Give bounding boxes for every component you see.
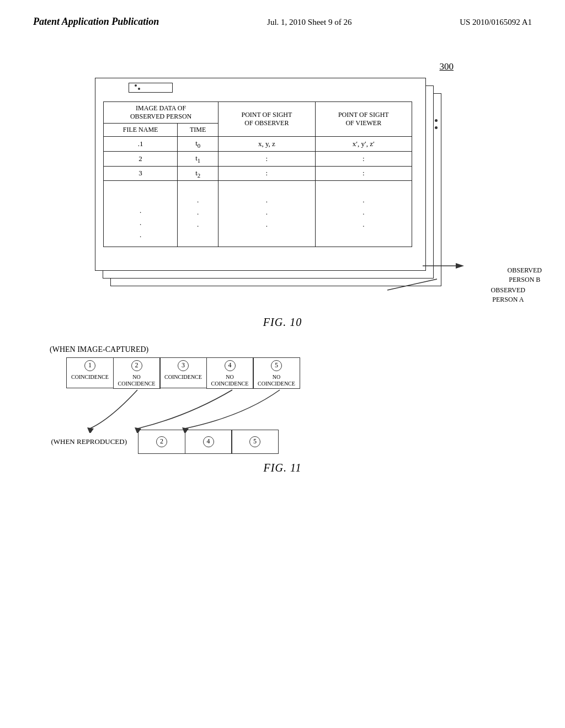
header-date-sheet: Jul. 1, 2010 Sheet 9 of 26	[267, 15, 351, 27]
col-point-viewer: POINT OF SIGHTOF VIEWER	[315, 102, 412, 137]
page-header: Patent Application Publication Jul. 1, 2…	[0, 0, 565, 28]
cell-file-1: .1	[104, 137, 178, 152]
cell-file-2: 2	[104, 151, 178, 166]
cell-4-number: 4	[225, 358, 236, 373]
cell-dots-observer: ···	[218, 181, 315, 247]
svg-line-2	[387, 279, 437, 290]
fig11-section: (WHEN IMAGE-CAPTURED) 1 COINCIDENCE 2 NO…	[33, 345, 532, 474]
dot-top-2	[138, 88, 140, 90]
fig11-caption: FIG. 11	[33, 462, 532, 474]
when-reproduced-label: (WHEN REPRODUCED)	[33, 437, 132, 446]
data-table: IMAGE DATA OFOBSERVED PERSON POINT OF SI…	[103, 101, 412, 247]
cell-time-1: t1	[178, 151, 218, 166]
cell-2-number: 2	[131, 358, 142, 373]
arrows-diagram	[66, 389, 532, 435]
fig10-caption: FIG. 10	[263, 316, 302, 329]
card-top-rect	[129, 83, 173, 93]
diagram-number-300: 300	[440, 61, 454, 72]
cell-viewer-0: x′, y′, z′	[315, 137, 412, 152]
publication-title: Patent Application Publication	[33, 15, 159, 28]
cell-file-3: 3	[104, 166, 178, 181]
cell-3-number: 3	[178, 358, 189, 373]
cell-2-status: NOCOINCIDENCE	[116, 373, 158, 388]
table-row-dots: ··· ··· ···	[104, 181, 412, 247]
cell-5-status: NOCOINCIDENCE	[255, 373, 297, 388]
cell-dots-viewer: ···	[315, 181, 412, 247]
cell-time-2: t2	[178, 166, 218, 181]
observed-person-b-label: OBSERVEDPERSON B	[508, 266, 542, 285]
captured-cells-row: 1 COINCIDENCE 2 NOCOINCIDENCE 3 COINCIDE…	[66, 357, 532, 389]
cell-observer-0: x, y, z	[218, 137, 315, 152]
cell-1-status: COINCIDENCE	[69, 373, 111, 382]
reproduced-num-5: 5	[249, 436, 260, 447]
svg-marker-3	[87, 427, 94, 433]
main-content: 300	[0, 28, 565, 474]
cell-observer-1: :	[218, 151, 315, 166]
cards-stack-diagram: IMAGE DATA OFOBSERVED PERSON POINT OF SI…	[95, 78, 470, 309]
cell-dots-file: ···	[104, 181, 178, 247]
cell-dots-time: ···	[178, 181, 218, 247]
captured-cell-4: 4 NOCOINCIDENCE	[206, 357, 254, 389]
col-point-observer: POINT OF SIGHTOF OBSERVER	[218, 102, 315, 137]
when-captured-label: (WHEN IMAGE-CAPTURED)	[50, 345, 532, 354]
reproduced-num-4: 4	[203, 436, 214, 447]
cell-3-status: COINCIDENCE	[162, 373, 204, 382]
cell-time-0: t0	[178, 137, 218, 152]
table-row: 3 t2 : :	[104, 166, 412, 181]
table-row: .1 t0 x, y, z x′, y′, z′	[104, 137, 412, 152]
card-front: IMAGE DATA OFOBSERVED PERSON POINT OF SI…	[95, 78, 426, 271]
svg-marker-4	[135, 427, 141, 433]
observed-person-a-label: OBSERVEDPERSON A	[475, 286, 542, 304]
observed-arrow-svg	[387, 268, 465, 296]
col-time: TIME	[178, 124, 218, 137]
dot-top-1	[135, 84, 137, 87]
col-image-data: IMAGE DATA OFOBSERVED PERSON	[104, 102, 218, 124]
dot-back1-1	[435, 119, 438, 122]
cell-viewer-1: :	[315, 151, 412, 166]
captured-cell-5: 5 NOCOINCIDENCE	[253, 357, 300, 389]
dot-back1-2	[435, 126, 438, 129]
cell-viewer-2: :	[315, 166, 412, 181]
cell-5-number: 5	[271, 358, 282, 373]
patent-number: US 2010/0165092 A1	[460, 15, 532, 27]
reproduced-num-2: 2	[156, 436, 167, 447]
col-file-name: FILE NAME	[104, 124, 178, 137]
captured-cell-1: 1 COINCIDENCE	[66, 357, 114, 388]
cell-4-status: NOCOINCIDENCE	[209, 373, 251, 388]
table-row: 2 t1 : :	[104, 151, 412, 166]
captured-cell-3: 3 COINCIDENCE	[159, 357, 207, 388]
captured-cell-2: 2 NOCOINCIDENCE	[113, 357, 161, 389]
cell-1-number: 1	[84, 358, 95, 373]
cell-observer-2: :	[218, 166, 315, 181]
connection-arrows-svg	[66, 389, 309, 433]
fig11-diagram-area: (WHEN IMAGE-CAPTURED) 1 COINCIDENCE 2 NO…	[33, 345, 532, 454]
fig10-section: 300	[33, 56, 532, 329]
